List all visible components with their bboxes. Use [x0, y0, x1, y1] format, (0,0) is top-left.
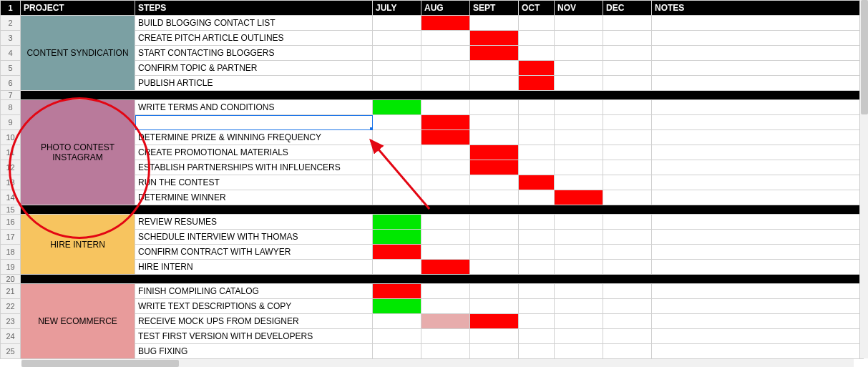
row-number[interactable]: 14: [1, 190, 21, 205]
month-cell[interactable]: [519, 230, 555, 245]
month-cell[interactable]: [421, 46, 470, 61]
selected-cell[interactable]: [135, 115, 373, 130]
month-cell[interactable]: [373, 260, 421, 275]
month-cell[interactable]: [555, 130, 603, 145]
header-month[interactable]: AUG: [421, 1, 470, 16]
header-notes[interactable]: NOTES: [652, 1, 864, 16]
month-cell[interactable]: [421, 31, 470, 46]
notes-cell[interactable]: [652, 115, 864, 130]
month-cell[interactable]: [555, 145, 603, 160]
row-number[interactable]: 10: [1, 130, 21, 145]
notes-cell[interactable]: [652, 230, 864, 245]
horizontal-scrollbar-thumb[interactable]: [21, 360, 179, 367]
month-cell[interactable]: [421, 130, 470, 145]
month-cell[interactable]: [555, 76, 603, 91]
row-number[interactable]: 13: [1, 175, 21, 190]
row-number[interactable]: 12: [1, 160, 21, 175]
step-cell[interactable]: DETERMINE WINNER: [135, 190, 373, 205]
month-cell[interactable]: [373, 190, 421, 205]
vertical-scrollbar-thumb[interactable]: [861, 0, 868, 114]
month-cell[interactable]: [421, 284, 470, 299]
notes-cell[interactable]: [652, 284, 864, 299]
month-cell[interactable]: [470, 130, 519, 145]
month-cell[interactable]: [421, 314, 470, 329]
notes-cell[interactable]: [652, 31, 864, 46]
month-cell[interactable]: [470, 31, 519, 46]
month-cell[interactable]: [603, 31, 652, 46]
month-cell[interactable]: [373, 160, 421, 175]
month-cell[interactable]: [421, 160, 470, 175]
month-cell[interactable]: [519, 344, 555, 359]
month-cell[interactable]: [421, 299, 470, 314]
month-cell[interactable]: [519, 314, 555, 329]
month-cell[interactable]: [519, 245, 555, 260]
month-cell[interactable]: [519, 16, 555, 31]
month-cell[interactable]: [555, 100, 603, 115]
month-cell[interactable]: [470, 115, 519, 130]
month-cell[interactable]: [470, 190, 519, 205]
header-month[interactable]: OCT: [519, 1, 555, 16]
month-cell[interactable]: [519, 160, 555, 175]
month-cell[interactable]: [555, 245, 603, 260]
row-number[interactable]: 8: [1, 100, 21, 115]
row-number[interactable]: 9: [1, 115, 21, 130]
month-cell[interactable]: [373, 344, 421, 359]
month-cell[interactable]: [519, 260, 555, 275]
step-cell[interactable]: PUBLISH ARTICLE: [135, 76, 373, 91]
row-number[interactable]: 15: [1, 205, 21, 215]
month-cell[interactable]: [555, 284, 603, 299]
month-cell[interactable]: [603, 130, 652, 145]
month-cell[interactable]: [373, 175, 421, 190]
row-number[interactable]: 5: [1, 61, 21, 76]
month-cell[interactable]: [470, 175, 519, 190]
step-cell[interactable]: CONFIRM TOPIC & PARTNER: [135, 61, 373, 76]
step-cell[interactable]: TEST FIRST VERSION WITH DEVELOPERS: [135, 329, 373, 344]
month-cell[interactable]: [603, 160, 652, 175]
row-number[interactable]: 11: [1, 145, 21, 160]
month-cell[interactable]: [470, 344, 519, 359]
month-cell[interactable]: [421, 190, 470, 205]
month-cell[interactable]: [421, 230, 470, 245]
table-row[interactable]: 8PHOTO CONTEST INSTAGRAMWRITE TERMS AND …: [1, 100, 864, 115]
month-cell[interactable]: [519, 100, 555, 115]
month-cell[interactable]: [421, 245, 470, 260]
row-number[interactable]: 17: [1, 230, 21, 245]
notes-cell[interactable]: [652, 260, 864, 275]
step-cell[interactable]: FINISH COMPILING CATALOG: [135, 284, 373, 299]
month-cell[interactable]: [603, 215, 652, 230]
month-cell[interactable]: [555, 215, 603, 230]
month-cell[interactable]: [470, 314, 519, 329]
project-cell[interactable]: NEW ECOMMERCE: [21, 284, 135, 359]
month-cell[interactable]: [373, 329, 421, 344]
row-number[interactable]: 1: [1, 1, 21, 16]
month-cell[interactable]: [470, 16, 519, 31]
month-cell[interactable]: [373, 76, 421, 91]
month-cell[interactable]: [470, 230, 519, 245]
month-cell[interactable]: [555, 31, 603, 46]
month-cell[interactable]: [519, 190, 555, 205]
month-cell[interactable]: [555, 299, 603, 314]
month-cell[interactable]: [373, 284, 421, 299]
notes-cell[interactable]: [652, 76, 864, 91]
row-number[interactable]: 4: [1, 46, 21, 61]
month-cell[interactable]: [603, 344, 652, 359]
row-number[interactable]: 22: [1, 299, 21, 314]
month-cell[interactable]: [555, 260, 603, 275]
month-cell[interactable]: [470, 76, 519, 91]
month-cell[interactable]: [555, 175, 603, 190]
selection-handle[interactable]: [370, 127, 373, 130]
step-cell[interactable]: REVIEW RESUMES: [135, 215, 373, 230]
month-cell[interactable]: [603, 100, 652, 115]
month-cell[interactable]: [421, 344, 470, 359]
month-cell[interactable]: [373, 215, 421, 230]
notes-cell[interactable]: [652, 130, 864, 145]
month-cell[interactable]: [421, 61, 470, 76]
horizontal-scrollbar[interactable]: [21, 358, 854, 367]
step-cell[interactable]: CREATE PITCH ARTICLE OUTLINES: [135, 31, 373, 46]
month-cell[interactable]: [373, 115, 421, 130]
month-cell[interactable]: [470, 245, 519, 260]
month-cell[interactable]: [603, 115, 652, 130]
month-cell[interactable]: [421, 145, 470, 160]
notes-cell[interactable]: [652, 245, 864, 260]
notes-cell[interactable]: [652, 299, 864, 314]
